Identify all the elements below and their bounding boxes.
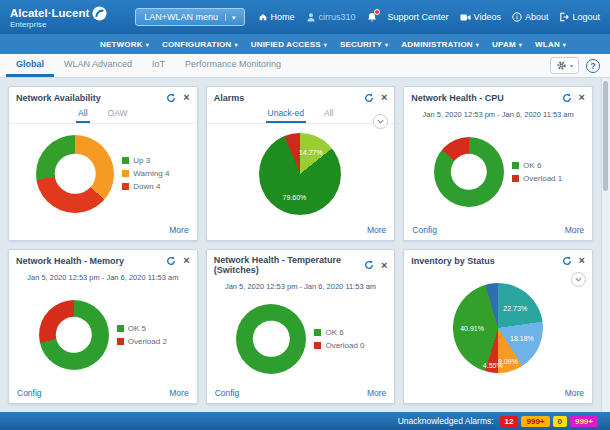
legend-item: Up 3 [122,156,169,165]
about-link[interactable]: About [512,12,549,22]
more-link[interactable]: More [565,225,584,235]
tab-performance-monitoring[interactable]: Performance Monitoring [175,54,291,77]
settings-button[interactable]: ▾ [550,57,579,74]
close-button[interactable]: × [183,255,189,266]
refresh-icon [364,93,374,103]
memory-donut-chart [39,300,109,370]
support-center-link[interactable]: Support Center [388,12,449,22]
widget-inventory-by-status: Inventory by Status × 22.73%18.18%9.09%4… [403,249,593,404]
widget-title: Network Health - CPU [411,93,504,103]
nav-wlan[interactable]: WLAN▾ [535,40,566,49]
brand-subtitle: Enterprise [10,20,107,29]
legend-item: Overload 1 [512,174,562,183]
temperature-legend: OK 6Overload 0 [314,328,364,350]
cpu-donut-chart [434,137,504,207]
brand-logo-icon [92,6,107,21]
alarm-badge[interactable]: 999+ [570,416,598,427]
alarm-badge[interactable]: 999+ [521,416,549,427]
refresh-icon [166,93,176,103]
logout-link[interactable]: Logout [559,12,600,22]
scrollbar-thumb[interactable] [603,81,608,191]
nav-unified-access[interactable]: UNIFIED ACCESS▾ [251,40,327,49]
nav-configuration[interactable]: CONFIGURATION▾ [162,40,238,49]
nav-upam[interactable]: UPAM▾ [492,40,522,49]
tab-wlan-advanced[interactable]: WLAN Advanced [54,54,142,77]
close-button[interactable]: × [183,92,189,103]
collapse-button[interactable] [571,272,586,287]
gear-icon [556,60,567,71]
legend-swatch [117,325,124,332]
legend-swatch [512,175,519,182]
slice-label: 40.91% [460,324,484,331]
refresh-icon [562,93,572,103]
alarm-badge[interactable]: 0 [553,416,567,427]
availability-donut-chart [36,135,114,213]
notification-dot [374,9,380,15]
refresh-button[interactable] [364,260,374,270]
availability-tab-all[interactable]: All [76,106,89,123]
legend-label: Up 3 [133,156,150,165]
refresh-icon [562,256,572,266]
donut-hole [55,153,96,194]
help-button[interactable]: ? [586,59,600,73]
more-link[interactable]: More [169,225,188,235]
legend-swatch [122,183,129,190]
user-icon [306,12,316,22]
config-link[interactable]: Config [412,225,437,235]
refresh-icon [364,260,374,270]
lan-wlan-menu-button[interactable]: LAN+WLAN menu ▾ [135,8,244,26]
legend-item: OK 5 [117,324,167,333]
close-button[interactable]: × [381,92,387,103]
legend-swatch [117,338,124,345]
close-button[interactable]: × [579,92,585,103]
more-link[interactable]: More [169,388,188,398]
alarms-tab-all[interactable]: All [322,106,335,123]
videos-link[interactable]: Videos [460,12,501,22]
availability-tab-oaw[interactable]: OAW [106,106,130,123]
notifications-button[interactable] [367,12,377,23]
nav-security[interactable]: SECURITY▾ [340,40,388,49]
refresh-button[interactable] [562,256,572,266]
temperature-donut-chart [236,304,306,374]
nav-network[interactable]: NETWORK▾ [100,40,149,49]
info-icon [512,12,522,22]
config-link[interactable]: Config [17,388,42,398]
widget-title: Alarms [214,93,245,103]
legend-label: Overload 0 [325,341,364,350]
omnivista-dashboard: { "header": { "brand": "Alcatel·Lucent",… [0,0,610,430]
more-link[interactable]: More [367,225,386,235]
vertical-scrollbar[interactable] [601,78,610,412]
legend-swatch [314,342,321,349]
close-button[interactable]: × [381,260,387,271]
alarms-pie-chart: 14.27%79.60% [259,133,341,215]
availability-tabs: All OAW [9,106,197,124]
user-link[interactable]: cirrus310 [306,12,356,22]
tab-iot[interactable]: IoT [142,54,175,77]
refresh-button[interactable] [166,93,176,103]
video-camera-icon [460,13,471,22]
chevron-down-icon [574,275,583,284]
logout-icon [559,12,569,22]
tab-global[interactable]: Global [6,54,54,77]
refresh-button[interactable] [562,93,572,103]
refresh-icon [166,256,176,266]
close-button[interactable]: × [579,255,585,266]
home-link[interactable]: Home [258,12,295,22]
chevron-down-icon [376,117,385,126]
legend-item: Warning 4 [122,169,169,178]
alarm-badge[interactable]: 12 [500,416,519,427]
more-link[interactable]: More [565,388,584,398]
alarms-tab-unacked[interactable]: Unack-ed [266,106,306,123]
chevron-down-icon: ▾ [563,41,566,48]
availability-legend: Up 3Warning 4Down 4 [122,156,169,191]
refresh-button[interactable] [166,256,176,266]
more-link[interactable]: More [367,388,386,398]
refresh-button[interactable] [364,93,374,103]
legend-label: OK 6 [325,328,343,337]
chevron-down-icon: ▾ [324,41,327,48]
slice-label: 22.73% [503,304,527,311]
legend-item: Overload 2 [117,337,167,346]
config-link[interactable]: Config [215,388,240,398]
nav-administration[interactable]: ADMINISTRATION▾ [401,40,479,49]
slice-label: 18.18% [510,335,534,342]
